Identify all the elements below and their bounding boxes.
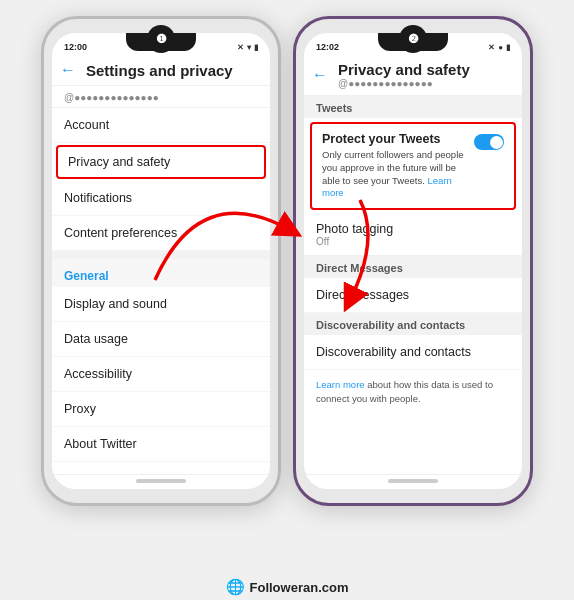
account-badge-2: @●●●●●●●●●●●●●●	[338, 78, 470, 89]
menu-item-about[interactable]: About Twitter	[52, 427, 270, 462]
home-indicator-2	[388, 479, 438, 483]
menu-item-privacy[interactable]: Privacy and safety	[56, 145, 266, 179]
back-arrow-1[interactable]: ←	[60, 61, 76, 79]
menu-list-1: Account Privacy and safety Notifications…	[52, 108, 270, 474]
protect-title: Protect your Tweets	[322, 132, 468, 146]
signal-icon-2: ✕	[488, 43, 495, 52]
learn-more-link[interactable]: Learn more	[316, 379, 365, 390]
photo-tagging-item[interactable]: Photo tagging Off	[304, 214, 522, 256]
step-badge-2: ❷	[399, 25, 427, 53]
screen-header-1: ← Settings and privacy	[52, 55, 270, 86]
menu-item-display[interactable]: Display and sound	[52, 287, 270, 322]
phone-1: ❶ 12:00 ✕ ▾ ▮ ← Settings and privacy	[41, 16, 281, 506]
toggle-knob	[490, 136, 503, 149]
time-2: 12:02	[316, 42, 339, 52]
wifi-icon: ▾	[247, 43, 251, 52]
bottom-bar-1	[52, 474, 270, 489]
battery-icon: ▮	[254, 43, 258, 52]
photo-tag-title: Photo tagging	[316, 222, 510, 236]
bottom-bar-2	[304, 474, 522, 489]
disc-section-label: Discoverability and contacts	[304, 313, 522, 335]
time-1: 12:00	[64, 42, 87, 52]
tweets-section: Tweets	[304, 96, 522, 118]
menu-item-proxy[interactable]: Proxy	[52, 392, 270, 427]
phone-2: ❷ 12:02 ✕ ● ▮ ← Privacy	[293, 16, 533, 506]
battery-icon-2: ▮	[506, 43, 510, 52]
disc-item[interactable]: Discoverability and contacts	[304, 335, 522, 370]
divider-1	[52, 251, 270, 259]
protect-desc: Only current followers and people you ap…	[322, 149, 468, 200]
signal-icon: ✕	[237, 43, 244, 52]
menu-item-content[interactable]: Content preferences	[52, 216, 270, 251]
screen-title-1: Settings and privacy	[86, 62, 233, 79]
screen-header-2: ← Privacy and safety @●●●●●●●●●●●●●●	[304, 55, 522, 96]
wifi-icon-2: ●	[498, 43, 503, 52]
footer-text: Followeran.com	[250, 580, 349, 595]
menu-item-accessibility[interactable]: Accessibility	[52, 357, 270, 392]
protect-toggle[interactable]	[474, 134, 504, 150]
globe-icon: 🌐	[226, 578, 245, 596]
back-arrow-2[interactable]: ←	[312, 66, 328, 84]
menu-item-data[interactable]: Data usage	[52, 322, 270, 357]
dm-item[interactable]: Direct Messages	[304, 278, 522, 313]
menu-item-notifications[interactable]: Notifications	[52, 181, 270, 216]
screen-title-2: Privacy and safety	[338, 61, 470, 78]
step-badge-1: ❶	[147, 25, 175, 53]
menu-item-account[interactable]: Account	[52, 108, 270, 143]
photo-tag-sub: Off	[316, 236, 510, 247]
home-indicator-1	[136, 479, 186, 483]
general-section-label: General	[52, 259, 270, 287]
footer: 🌐 Followeran.com	[0, 578, 574, 596]
learn-more-text: Learn more about how this data is used t…	[304, 370, 522, 413]
dm-section-label: Direct Messages	[304, 256, 522, 278]
account-badge-1: @●●●●●●●●●●●●●●	[52, 86, 270, 108]
protect-tweets-box: Protect your Tweets Only current followe…	[310, 122, 516, 210]
